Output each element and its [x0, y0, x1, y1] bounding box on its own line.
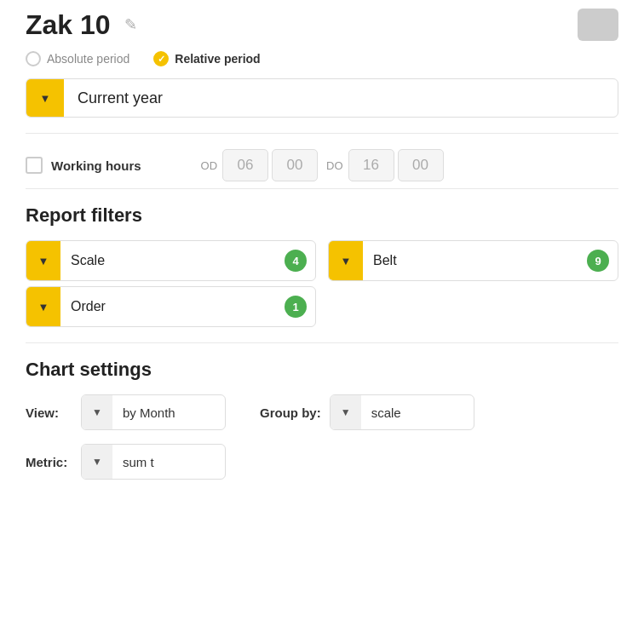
from-min-input[interactable]: 00 [272, 149, 318, 181]
from-time-box: 06 00 [222, 149, 318, 181]
arrow-icon: ▼ [38, 255, 49, 267]
belt-filter-label: Belt [363, 253, 587, 268]
order-filter-badge: 1 [285, 296, 307, 318]
to-time-box: 16 00 [348, 149, 444, 181]
absolute-period-radio[interactable] [26, 51, 41, 66]
divider-1 [26, 133, 618, 134]
filters-single-row: ▼ Order 1 [26, 286, 618, 327]
working-hours-label: Working hours [51, 158, 141, 173]
to-hour-input[interactable]: 16 [348, 149, 394, 181]
period-row: Absolute period Relative period [26, 51, 618, 66]
header-action-button[interactable] [578, 9, 618, 41]
working-hours-from-group: OD 06 00 [201, 149, 319, 181]
working-hours-to-group: DO 16 00 [326, 149, 444, 181]
edit-icon[interactable]: ✎ [124, 15, 137, 34]
absolute-period-option[interactable]: Absolute period [26, 51, 129, 66]
page-title: Zak 10 [26, 9, 111, 41]
working-hours-row: Working hours OD 06 00 DO 16 00 [26, 149, 618, 181]
scale-filter-label: Scale [60, 253, 285, 268]
working-hours-checkbox[interactable] [26, 157, 43, 174]
view-select-label: by Month [112, 405, 225, 420]
from-hour-input[interactable]: 06 [222, 149, 268, 181]
absolute-period-label: Absolute period [47, 52, 129, 66]
current-period-dropdown[interactable]: ▼ Current year [26, 78, 618, 118]
metric-select-arrow[interactable]: ▼ [82, 445, 112, 479]
chart-settings-section: Chart settings View: ▼ by Month Group by… [26, 359, 618, 480]
relative-period-option[interactable]: Relative period [153, 51, 260, 66]
divider-3 [26, 342, 618, 343]
order-filter-dropdown[interactable]: ▼ Order 1 [26, 286, 316, 327]
belt-dropdown-arrow[interactable]: ▼ [329, 241, 363, 280]
scale-filter-badge: 4 [285, 250, 307, 272]
order-filter-label: Order [60, 299, 285, 314]
group-by-select[interactable]: ▼ scale [330, 394, 474, 430]
page-header: Zak 10 ✎ [26, 0, 618, 51]
od-label: OD [201, 159, 218, 172]
arrow-icon: ▼ [341, 406, 351, 418]
filters-grid: ▼ Scale 4 ▼ Belt 9 [26, 240, 618, 281]
metric-row: Metric: ▼ sum t [26, 444, 618, 480]
view-label: View: [26, 405, 72, 420]
group-by-select-label: scale [361, 405, 474, 420]
scale-filter-dropdown[interactable]: ▼ Scale 4 [26, 240, 316, 281]
order-dropdown-arrow[interactable]: ▼ [26, 287, 60, 326]
do-label: DO [326, 159, 343, 172]
period-dropdown-arrow[interactable]: ▼ [26, 79, 64, 117]
scale-dropdown-arrow[interactable]: ▼ [26, 241, 60, 280]
view-row: View: ▼ by Month Group by: ▼ scale [26, 394, 618, 430]
relative-period-label: Relative period [175, 52, 260, 66]
divider-2 [26, 188, 618, 189]
report-filters-title: Report filters [26, 204, 618, 227]
period-dropdown-label: Current year [64, 89, 618, 107]
arrow-icon: ▼ [92, 406, 102, 418]
view-select[interactable]: ▼ by Month [81, 394, 226, 430]
metric-label: Metric: [26, 455, 72, 469]
belt-filter-badge: 9 [587, 250, 609, 272]
metric-select[interactable]: ▼ sum t [81, 444, 226, 480]
group-by-select-arrow[interactable]: ▼ [331, 395, 361, 429]
belt-filter-dropdown[interactable]: ▼ Belt 9 [328, 240, 618, 281]
view-select-arrow[interactable]: ▼ [82, 395, 112, 429]
relative-period-radio[interactable] [153, 51, 169, 66]
arrow-icon: ▼ [40, 92, 51, 105]
chart-settings-title: Chart settings [26, 359, 618, 381]
report-filters-section: Report filters ▼ Scale 4 ▼ Belt 9 [26, 204, 618, 327]
group-by-label: Group by: [260, 405, 321, 420]
metric-select-label: sum t [112, 455, 225, 469]
arrow-icon: ▼ [341, 255, 352, 267]
arrow-icon: ▼ [38, 301, 49, 313]
arrow-icon: ▼ [92, 456, 102, 468]
to-min-input[interactable]: 00 [398, 149, 444, 181]
